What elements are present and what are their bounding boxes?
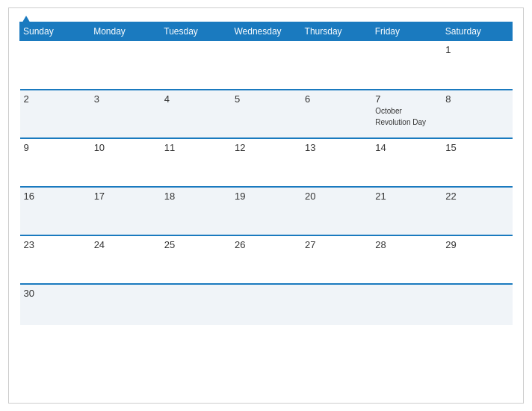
day-number: 29 (445, 239, 508, 250)
calendar-cell: 1 (442, 41, 512, 90)
calendar-cell: 12 (231, 138, 301, 187)
day-number: 26 (235, 239, 297, 250)
calendar-cell: 9 (20, 138, 90, 187)
day-number: 27 (305, 239, 368, 250)
calendar-cell (231, 284, 301, 325)
calendar-cell: 7October Revolution Day (371, 90, 442, 138)
day-number: 1 (445, 44, 508, 55)
logo-triangle-icon (21, 16, 31, 25)
day-number: 10 (94, 142, 157, 153)
calendar-grid: SundayMondayTuesdayWednesdayThursdayFrid… (19, 22, 513, 325)
day-number: 12 (235, 142, 297, 153)
calendar-cell: 19 (231, 187, 301, 235)
calendar-cell: 13 (301, 138, 371, 187)
calendar-cell: 25 (161, 235, 231, 284)
day-number: 24 (94, 239, 157, 250)
calendar-cell: 15 (442, 138, 512, 187)
weekday-header-row: SundayMondayTuesdayWednesdayThursdayFrid… (20, 22, 513, 41)
calendar-cell: 10 (90, 138, 161, 187)
day-number: 3 (94, 93, 157, 105)
weekday-header-saturday: Saturday (442, 22, 512, 41)
week-row-4: 16171819202122 (20, 187, 513, 235)
calendar-cell: 17 (90, 187, 161, 235)
calendar-cell (301, 284, 371, 325)
day-number: 28 (375, 239, 438, 250)
calendar-cell: 23 (20, 235, 90, 284)
logo-blue-text (19, 16, 31, 25)
calendar-cell: 28 (371, 235, 442, 284)
calendar-cell (442, 284, 512, 325)
calendar-cell: 20 (301, 187, 371, 235)
week-row-1: 1 (20, 41, 513, 90)
week-row-5: 23242526272829 (20, 235, 513, 284)
day-number: 20 (305, 191, 368, 202)
calendar-cell: 26 (231, 235, 301, 284)
day-number: 8 (445, 93, 508, 105)
weekday-header-tuesday: Tuesday (161, 22, 231, 41)
day-number: 13 (305, 142, 368, 153)
calendar-cell (90, 41, 161, 90)
day-number: 2 (24, 93, 87, 105)
week-row-3: 9101112131415 (20, 138, 513, 187)
calendar-cell: 18 (161, 187, 231, 235)
calendar-cell: 11 (161, 138, 231, 187)
weekday-header-thursday: Thursday (301, 22, 371, 41)
weekday-header-monday: Monday (90, 22, 161, 41)
day-number: 21 (375, 191, 438, 202)
day-number: 6 (305, 93, 368, 105)
calendar-cell (20, 41, 90, 90)
calendar-cell: 27 (301, 235, 371, 284)
logo (19, 16, 31, 25)
calendar-cell: 24 (90, 235, 161, 284)
calendar-cell (161, 41, 231, 90)
calendar-cell: 14 (371, 138, 442, 187)
week-row-6: 30 (20, 284, 513, 325)
day-number: 9 (24, 142, 87, 153)
day-event: October Revolution Day (375, 107, 426, 126)
day-number: 23 (24, 239, 87, 250)
calendar-cell (161, 284, 231, 325)
calendar-cell: 3 (90, 90, 161, 138)
day-number: 11 (164, 142, 227, 153)
calendar-cell: 21 (371, 187, 442, 235)
day-number: 15 (445, 142, 508, 153)
day-number: 25 (164, 239, 227, 250)
calendar-cell: 2 (20, 90, 90, 138)
calendar-cell: 5 (231, 90, 301, 138)
calendar-cell (231, 41, 301, 90)
week-row-2: 234567October Revolution Day8 (20, 90, 513, 138)
day-number: 18 (164, 191, 227, 202)
day-number: 19 (235, 191, 297, 202)
day-number: 7 (375, 93, 438, 105)
day-number: 5 (235, 93, 297, 105)
day-number: 16 (24, 191, 87, 202)
day-number: 17 (94, 191, 157, 202)
calendar-cell: 4 (161, 90, 231, 138)
calendar-cell (301, 41, 371, 90)
weekday-header-friday: Friday (371, 22, 442, 41)
weekday-header-wednesday: Wednesday (231, 22, 301, 41)
calendar-cell: 29 (442, 235, 512, 284)
calendar-cell: 6 (301, 90, 371, 138)
calendar-cell (90, 284, 161, 325)
day-number: 30 (24, 288, 87, 299)
calendar-cell: 22 (442, 187, 512, 235)
calendar-container: SundayMondayTuesdayWednesdayThursdayFrid… (8, 7, 524, 404)
calendar-cell: 30 (20, 284, 90, 325)
calendar-cell (371, 41, 442, 90)
day-number: 22 (445, 191, 508, 202)
calendar-cell: 8 (442, 90, 512, 138)
day-number: 4 (164, 93, 227, 105)
day-number: 14 (375, 142, 438, 153)
calendar-cell (371, 284, 442, 325)
calendar-cell: 16 (20, 187, 90, 235)
